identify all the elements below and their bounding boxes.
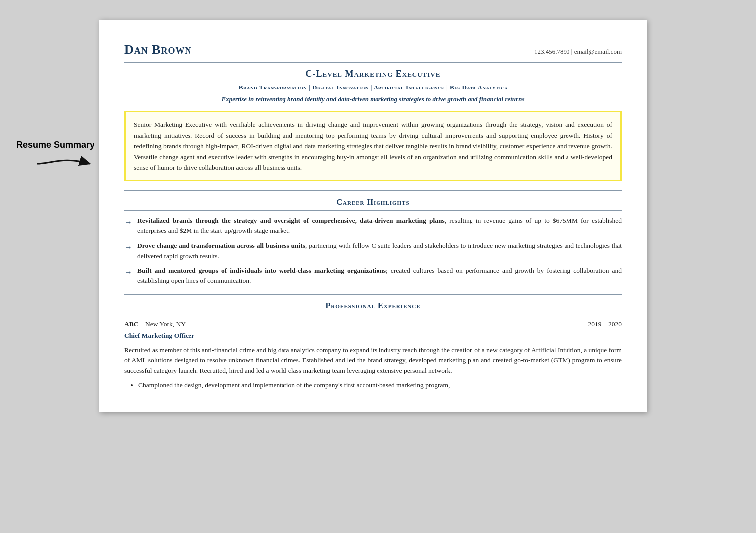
career-highlights-title: Career Highlights bbox=[124, 196, 622, 208]
highlight-text-2: Drove change and transformation across a… bbox=[137, 241, 622, 261]
bullet-arrow-2: → bbox=[124, 241, 132, 253]
professional-experience-header: Professional Experience bbox=[124, 294, 622, 314]
section-divider-bottom bbox=[124, 210, 622, 211]
bullet-arrow-3: → bbox=[124, 266, 132, 278]
company-dash: – bbox=[140, 320, 145, 328]
summary-box: Senior Marketing Executive with verifiab… bbox=[124, 111, 622, 181]
highlight-bold-1: Revitalized brands through the strategy … bbox=[137, 217, 445, 224]
annotation-arrow bbox=[0, 154, 94, 174]
specialties: Brand Transformation | Digital Innovatio… bbox=[124, 83, 622, 92]
highlight-item-1: → Revitalized brands through the strateg… bbox=[124, 216, 622, 236]
section-divider-top bbox=[124, 190, 622, 191]
job-dates: 2019 – 2020 bbox=[588, 319, 622, 329]
company-name: ABC bbox=[124, 320, 139, 328]
professional-experience-title: Professional Experience bbox=[124, 300, 622, 312]
pe-divider-top bbox=[124, 294, 622, 295]
title-section: C-Level Marketing Executive Brand Transf… bbox=[124, 67, 622, 104]
pe-divider-bottom bbox=[124, 314, 622, 314]
highlights-list: → Revitalized brands through the strateg… bbox=[124, 216, 622, 286]
annotation-label: Resume Summary bbox=[16, 139, 94, 151]
applicant-name: Dan Brown bbox=[124, 40, 192, 59]
job-title-line: Chief Marketing Officer bbox=[124, 331, 622, 342]
highlight-item-2: → Drove change and transformation across… bbox=[124, 241, 622, 261]
arrow-icon bbox=[35, 154, 94, 174]
bullet-arrow-1: → bbox=[124, 216, 132, 228]
highlight-bold-3: Built and mentored groups of individuals… bbox=[137, 267, 386, 274]
page-wrapper: Resume Summary Dan Brown 123.456.7890 | … bbox=[0, 10, 756, 422]
resume-header: Dan Brown 123.456.7890 | email@email.com bbox=[124, 40, 622, 63]
company-location: New York, NY bbox=[145, 320, 186, 328]
contact-info: 123.456.7890 | email@email.com bbox=[534, 47, 622, 57]
job-company: ABC – New York, NY bbox=[124, 319, 186, 329]
highlight-item-3: → Built and mentored groups of individua… bbox=[124, 266, 622, 286]
highlight-text-1: Revitalized brands through the strategy … bbox=[137, 216, 622, 236]
highlight-bold-2: Drove change and transformation across a… bbox=[137, 242, 305, 249]
resume-document: Dan Brown 123.456.7890 | email@email.com… bbox=[99, 20, 647, 412]
highlight-text-3: Built and mentored groups of individuals… bbox=[137, 266, 622, 286]
expertise-line: Expertise in reinventing brand identity … bbox=[124, 94, 622, 104]
job-description: Recruited as member of this anti-financi… bbox=[124, 345, 622, 376]
job-bullets: Championed the design, development and i… bbox=[124, 380, 622, 390]
job-header-row: ABC – New York, NY 2019 – 2020 bbox=[124, 319, 622, 329]
job-bullet-1: Championed the design, development and i… bbox=[138, 380, 622, 390]
job-entry-1: ABC – New York, NY 2019 – 2020 Chief Mar… bbox=[124, 319, 622, 390]
summary-text: Senior Marketing Executive with verifiab… bbox=[134, 121, 612, 171]
career-highlights-header: Career Highlights bbox=[124, 190, 622, 211]
job-title: C-Level Marketing Executive bbox=[124, 67, 622, 81]
annotation-panel: Resume Summary bbox=[0, 20, 99, 174]
